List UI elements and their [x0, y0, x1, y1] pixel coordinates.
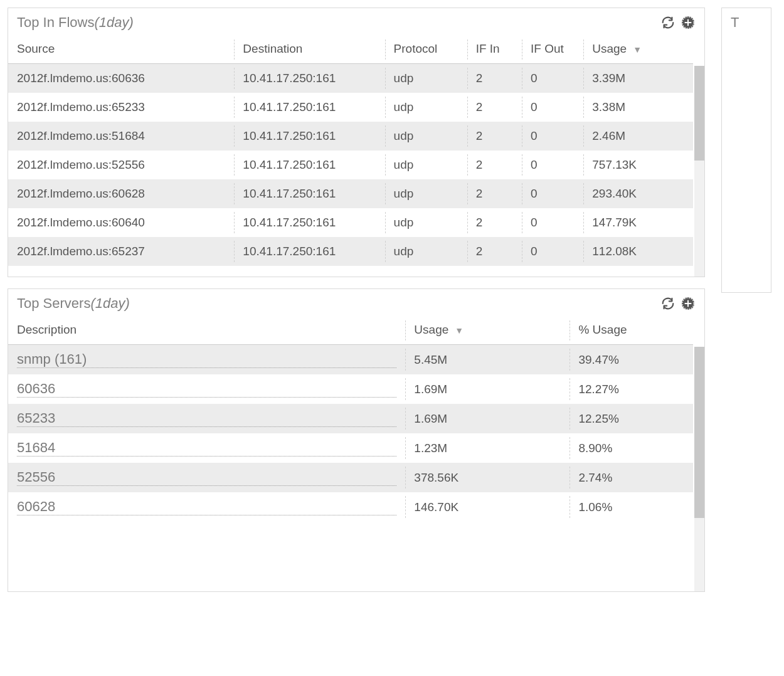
server-link[interactable]: 51684 [17, 440, 396, 457]
cell-ifin: 2 [467, 179, 522, 208]
cell-source: 2012f.lmdemo.us:52556 [8, 151, 234, 179]
cell-dest: 10.41.17.250:161 [234, 93, 384, 122]
cell-usage: 3.38M [583, 93, 693, 122]
col-source[interactable]: Source [8, 36, 234, 64]
refresh-icon[interactable] [660, 296, 675, 311]
table-row[interactable]: 60628146.70K1.06% [8, 492, 693, 522]
cell-source: 2012f.lmdemo.us:65237 [8, 237, 234, 266]
cell-description: 52556 [8, 463, 405, 492]
adjacent-panel-title-fragment: T [731, 14, 739, 30]
panel-actions [660, 296, 696, 311]
server-link[interactable]: 52556 [17, 469, 396, 486]
cell-description: 60636 [8, 374, 405, 404]
cell-usage: 757.13K [583, 151, 693, 179]
cell-ifin: 2 [467, 237, 522, 266]
cell-ifout: 0 [522, 237, 583, 266]
top-servers-panel: Top Servers(1day) Description Usage▼ % U… [8, 288, 705, 592]
col-ifin[interactable]: IF In [467, 36, 522, 64]
cell-pct: 12.27% [569, 374, 693, 404]
table-row[interactable]: 2012f.lmdemo.us:6523710.41.17.250:161udp… [8, 237, 693, 266]
cell-ifin: 2 [467, 208, 522, 237]
cell-dest: 10.41.17.250:161 [234, 237, 384, 266]
cell-proto: udp [385, 208, 467, 237]
panel-header: Top In Flows(1day) [8, 8, 704, 36]
table-row[interactable]: 652331.69M12.25% [8, 404, 693, 433]
cell-usage: 378.56K [405, 463, 569, 492]
cell-source: 2012f.lmdemo.us:60636 [8, 64, 234, 93]
add-circle-icon[interactable] [681, 15, 696, 30]
cell-description: 51684 [8, 433, 405, 463]
cell-ifout: 0 [522, 122, 583, 151]
server-link[interactable]: 65233 [17, 410, 396, 427]
cell-usage: 112.08K [583, 237, 693, 266]
sort-desc-icon: ▼ [633, 45, 642, 55]
panel-title: Top In Flows(1day) [17, 14, 134, 31]
col-ifout[interactable]: IF Out [522, 36, 583, 64]
col-usage[interactable]: Usage▼ [405, 317, 569, 345]
cell-description: snmp (161) [8, 345, 405, 375]
scrollbar-thumb[interactable] [694, 347, 704, 518]
flows-header-row: Source Destination Protocol IF In IF Out… [8, 36, 693, 64]
cell-dest: 10.41.17.250:161 [234, 179, 384, 208]
cell-description: 60628 [8, 492, 405, 522]
servers-scrollbar[interactable] [694, 347, 704, 591]
servers-table: Description Usage▼ % Usage snmp (161)5.4… [8, 317, 693, 522]
col-protocol[interactable]: Protocol [385, 36, 467, 64]
panel-title-main: Top Servers [17, 295, 90, 311]
flows-table-wrap: Source Destination Protocol IF In IF Out… [8, 36, 704, 277]
flows-scrollbar[interactable] [694, 66, 704, 277]
cell-ifout: 0 [522, 93, 583, 122]
scrollbar-thumb[interactable] [694, 66, 704, 161]
refresh-icon[interactable] [660, 15, 675, 30]
col-pct-usage[interactable]: % Usage [569, 317, 693, 345]
table-row[interactable]: 2012f.lmdemo.us:6064010.41.17.250:161udp… [8, 208, 693, 237]
server-link[interactable]: 60628 [17, 499, 396, 515]
servers-header-row: Description Usage▼ % Usage [8, 317, 693, 345]
table-row[interactable]: 52556378.56K2.74% [8, 463, 693, 492]
server-link[interactable]: snmp (161) [17, 351, 396, 368]
cell-pct: 8.90% [569, 433, 693, 463]
panel-title-period: (1day) [95, 14, 134, 30]
cell-proto: udp [385, 151, 467, 179]
cell-ifin: 2 [467, 122, 522, 151]
cell-usage: 1.69M [405, 374, 569, 404]
cell-ifout: 0 [522, 151, 583, 179]
cell-proto: udp [385, 237, 467, 266]
table-row[interactable]: 2012f.lmdemo.us:6063610.41.17.250:161udp… [8, 64, 693, 93]
cell-ifout: 0 [522, 179, 583, 208]
table-row[interactable]: 2012f.lmdemo.us:5255610.41.17.250:161udp… [8, 151, 693, 179]
server-link[interactable]: 60636 [17, 381, 396, 398]
cell-pct: 2.74% [569, 463, 693, 492]
cell-pct: 12.25% [569, 404, 693, 433]
cell-usage: 3.39M [583, 64, 693, 93]
panel-header: Top Servers(1day) [8, 289, 704, 317]
cell-pct: 39.47% [569, 345, 693, 375]
table-row[interactable]: 516841.23M8.90% [8, 433, 693, 463]
col-description[interactable]: Description [8, 317, 405, 345]
cell-ifin: 2 [467, 151, 522, 179]
cell-dest: 10.41.17.250:161 [234, 122, 384, 151]
cell-usage: 293.40K [583, 179, 693, 208]
cell-ifin: 2 [467, 64, 522, 93]
cell-ifin: 2 [467, 93, 522, 122]
table-row[interactable]: snmp (161)5.45M39.47% [8, 345, 693, 375]
col-destination[interactable]: Destination [234, 36, 384, 64]
table-row[interactable]: 606361.69M12.27% [8, 374, 693, 404]
cell-pct: 1.06% [569, 492, 693, 522]
cell-dest: 10.41.17.250:161 [234, 64, 384, 93]
table-row[interactable]: 2012f.lmdemo.us:5168410.41.17.250:161udp… [8, 122, 693, 151]
top-in-flows-panel: Top In Flows(1day) Source Destination Pr… [8, 8, 705, 277]
cell-source: 2012f.lmdemo.us:65233 [8, 93, 234, 122]
cell-ifout: 0 [522, 64, 583, 93]
table-row[interactable]: 2012f.lmdemo.us:6523310.41.17.250:161udp… [8, 93, 693, 122]
add-circle-icon[interactable] [681, 296, 696, 311]
col-usage[interactable]: Usage▼ [583, 36, 693, 64]
cell-source: 2012f.lmdemo.us:60628 [8, 179, 234, 208]
panel-title-period: (1day) [90, 295, 129, 311]
table-row[interactable]: 2012f.lmdemo.us:6062810.41.17.250:161udp… [8, 179, 693, 208]
sort-desc-icon: ▼ [455, 325, 464, 335]
cell-ifout: 0 [522, 208, 583, 237]
cell-proto: udp [385, 93, 467, 122]
panel-actions [660, 15, 696, 30]
servers-table-wrap: Description Usage▼ % Usage snmp (161)5.4… [8, 317, 704, 591]
